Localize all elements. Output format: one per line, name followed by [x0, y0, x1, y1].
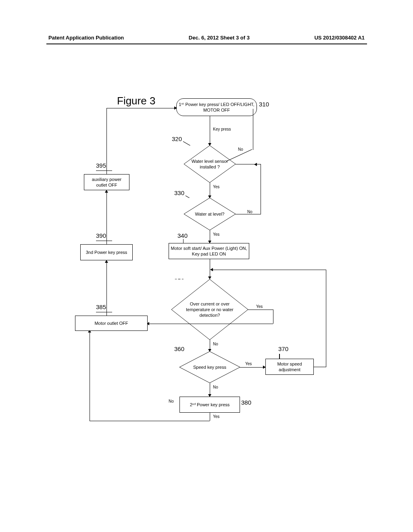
- connector: [90, 332, 90, 421]
- ref-395: 395: [96, 162, 106, 169]
- node-380-text: 2ⁿᵈ Power key press: [190, 402, 230, 407]
- ref-390: 390: [96, 232, 106, 239]
- ref-340: 340: [177, 232, 188, 239]
- label-yes: Yes: [213, 414, 219, 419]
- connector: [106, 108, 107, 174]
- node-340: Motor soft start/ Aux Power (Light) ON, …: [169, 243, 249, 259]
- node-320: Water level sensor installed ?: [184, 145, 236, 183]
- figure-title: Figure 3: [117, 95, 155, 107]
- node-385-text: Motor outlet OFF: [94, 320, 128, 326]
- node-350: Over current or over temperature or no w…: [171, 279, 248, 340]
- node-395-text: auxiliary power outlet OFF: [86, 177, 127, 188]
- node-390-text: 3nd Power key press: [86, 249, 127, 255]
- arrow-icon: [174, 106, 177, 110]
- ref-320: 320: [172, 135, 182, 142]
- node-395: auxiliary power outlet OFF: [84, 174, 129, 190]
- node-310: 1ˢᵗ Power key press/ LED OFF/LIGHT, MOTO…: [176, 98, 257, 116]
- node-385: Motor outlet OFF: [75, 316, 148, 331]
- label-key-press: Key press: [213, 127, 231, 131]
- node-330-text: Water at level?: [195, 211, 225, 217]
- ref-330: 330: [174, 189, 184, 196]
- arrow-icon: [105, 190, 108, 193]
- node-370: Motor speed adjustment: [265, 359, 314, 375]
- arrow-icon: [105, 260, 108, 263]
- connector: [106, 192, 107, 244]
- ref-385: 385: [96, 303, 106, 310]
- leader: [96, 241, 112, 241]
- ref-370: 370: [278, 345, 288, 352]
- connector: [149, 324, 273, 324]
- connector: [236, 214, 261, 214]
- connector: [240, 367, 264, 368]
- connector: [211, 270, 326, 270]
- leader: [96, 170, 112, 171]
- connector: [210, 413, 210, 421]
- arrow-icon: [208, 276, 211, 279]
- connector: [90, 421, 210, 421]
- header-center: Dec. 6, 2012 Sheet 3 of 3: [189, 35, 250, 41]
- header-left: Patent Application Publication: [48, 35, 124, 41]
- connector: [210, 116, 210, 143]
- connector: [106, 108, 176, 108]
- connector: [210, 383, 210, 395]
- node-330: Water at level?: [184, 198, 236, 230]
- arrow-icon: [254, 163, 257, 166]
- connector: [253, 109, 253, 150]
- ref-310: 310: [259, 101, 269, 108]
- node-310-text: 1ˢᵗ Power key press/ LED OFF/LIGHT, MOTO…: [178, 102, 255, 113]
- connector: [106, 262, 107, 316]
- leader: [96, 312, 112, 312]
- connector: [314, 367, 326, 367]
- header-rule: [46, 44, 367, 44]
- label-yes: Yes: [213, 185, 219, 189]
- label-no: No: [213, 385, 218, 389]
- node-370-text: Motor speed adjustment: [267, 361, 312, 373]
- label-no: No: [213, 342, 218, 346]
- page-header: Patent Application Publication Dec. 6, 2…: [0, 35, 413, 41]
- node-380: 2ⁿᵈ Power key press: [179, 397, 240, 413]
- node-320-text: Water level sensor installed ?: [184, 158, 236, 170]
- label-no: No: [238, 147, 243, 152]
- connector: [273, 310, 273, 324]
- label-no: No: [169, 399, 174, 403]
- label-no: No: [247, 210, 252, 214]
- connector: [248, 310, 273, 310]
- label-yes: Yes: [213, 232, 219, 237]
- node-390: 3nd Power key press: [80, 244, 133, 260]
- connector: [236, 164, 261, 164]
- label-yes: Yes: [256, 304, 263, 309]
- node-360: Speed key press: [179, 351, 240, 383]
- ref-380: 380: [241, 399, 251, 406]
- node-340-text: Motor soft start/ Aux Power (Light) ON, …: [171, 245, 247, 257]
- connector: [210, 183, 210, 196]
- connector: [261, 164, 261, 214]
- connector: [326, 270, 326, 367]
- header-right: US 2012/0308402 A1: [314, 35, 365, 41]
- label-yes: Yes: [245, 362, 252, 366]
- leader: [279, 354, 280, 359]
- node-360-text: Speed key press: [193, 364, 226, 370]
- connector: [210, 230, 210, 241]
- connector: [210, 340, 210, 349]
- node-350-text: Over current or over temperature or no w…: [184, 301, 236, 318]
